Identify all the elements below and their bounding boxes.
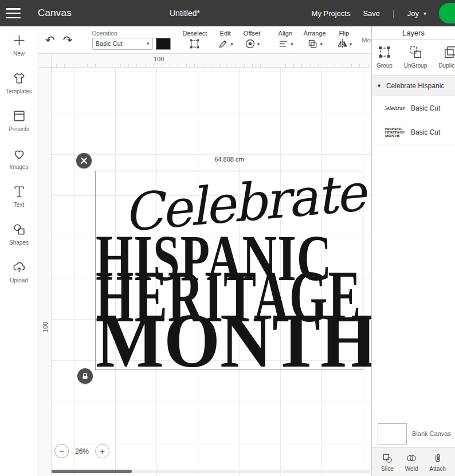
attach-button[interactable]: Attach bbox=[430, 453, 446, 472]
operation-row: Basic Cut ▾ bbox=[92, 38, 171, 50]
design-text-line: MONTH bbox=[96, 302, 371, 380]
sidebar-item-label: Shapes bbox=[9, 239, 29, 246]
scrollbar-thumb[interactable] bbox=[52, 470, 132, 473]
duplicate-icon bbox=[443, 45, 455, 60]
layers-title: Layers bbox=[372, 26, 455, 40]
flip-icon bbox=[336, 38, 348, 50]
operation-select[interactable]: Basic Cut ▾ bbox=[92, 38, 153, 50]
user-menu[interactable]: Joy ▾ bbox=[407, 9, 426, 18]
sidebar-item-templates[interactable]: Templates bbox=[0, 71, 38, 95]
color-swatch[interactable] bbox=[156, 38, 171, 50]
zoom-level: 26% bbox=[75, 447, 89, 455]
arrange-button[interactable]: Arrange ▾ bbox=[304, 30, 326, 50]
upload-cloud-icon bbox=[12, 260, 26, 274]
left-sidebar: New Templates Projects Images bbox=[0, 26, 38, 476]
sidebar-item-projects[interactable]: Projects bbox=[0, 109, 38, 132]
page-title: Canvas bbox=[38, 7, 72, 19]
text-icon bbox=[12, 184, 26, 199]
selected-design[interactable]: 64.808 cm + Celebrate HISPANI bbox=[95, 171, 363, 370]
canvas-color-swatch[interactable] bbox=[378, 423, 407, 444]
weld-button[interactable]: Weld bbox=[405, 453, 418, 472]
chevron-down-icon: ▾ bbox=[320, 41, 323, 47]
sidebar-item-text[interactable]: Text bbox=[0, 184, 38, 208]
topbar-divider: | bbox=[393, 9, 395, 18]
zoom-out-button[interactable]: − bbox=[54, 444, 69, 458]
ungroup-button[interactable]: UnGroup bbox=[404, 45, 427, 73]
sidebar-item-upload[interactable]: Upload bbox=[0, 260, 38, 284]
make-it-button[interactable] bbox=[439, 3, 455, 23]
projects-icon bbox=[12, 109, 26, 123]
menu-icon[interactable] bbox=[6, 8, 21, 18]
marquee-icon bbox=[189, 38, 201, 50]
arrange-icon bbox=[307, 38, 319, 50]
pencil-icon bbox=[217, 38, 229, 50]
triangle-down-icon: ▼ bbox=[376, 83, 382, 89]
sidebar-item-label: Text bbox=[14, 202, 24, 208]
sidebar-item-label: New bbox=[13, 50, 25, 57]
edit-button[interactable]: Edit ▾ bbox=[217, 30, 233, 50]
ruler-horizontal: 100 bbox=[52, 54, 371, 68]
weld-icon bbox=[406, 453, 417, 464]
layers-spacer bbox=[372, 144, 455, 420]
offset-icon bbox=[244, 38, 256, 50]
layer-thumbnail: Celebrate bbox=[385, 100, 405, 117]
user-name: Joy bbox=[407, 9, 419, 18]
lock-selection-button[interactable] bbox=[77, 368, 93, 384]
save-button[interactable]: Save bbox=[363, 9, 380, 18]
chevron-down-icon: ▾ bbox=[291, 41, 293, 47]
shirt-icon bbox=[12, 71, 26, 85]
align-button[interactable]: Align ▾ bbox=[277, 30, 293, 50]
offset-button[interactable]: Offset ▾ bbox=[244, 30, 260, 50]
undo-redo-group: ↶ ↷ bbox=[45, 34, 73, 46]
blank-canvas-label: Blank Canvas bbox=[412, 430, 451, 437]
heart-icon bbox=[12, 147, 26, 161]
attach-icon bbox=[432, 453, 444, 464]
flip-button[interactable]: Flip ▾ bbox=[336, 30, 352, 50]
layer-row[interactable]: HISPANIC HERITAGE MONTH Basic Cut bbox=[372, 120, 455, 144]
main-area: New Templates Projects Images bbox=[0, 26, 455, 476]
group-button[interactable]: Group bbox=[376, 45, 393, 73]
layer-row[interactable]: Celebrate Basic Cut bbox=[372, 96, 455, 120]
lock-icon bbox=[81, 372, 89, 380]
document-title[interactable]: Untitled* bbox=[170, 9, 200, 18]
chevron-down-icon: ▾ bbox=[257, 41, 260, 47]
zoom-in-button[interactable]: + bbox=[95, 444, 109, 458]
sidebar-item-shapes[interactable]: Shapes bbox=[0, 222, 38, 246]
sidebar-item-label: Images bbox=[10, 164, 29, 170]
duplicate-button[interactable]: Duplicate bbox=[438, 45, 455, 73]
group-icon bbox=[377, 45, 392, 60]
operation-label: Operation bbox=[92, 30, 171, 37]
ruler-corner bbox=[38, 54, 52, 68]
sidebar-item-new[interactable]: New bbox=[0, 33, 38, 57]
sidebar-item-label: Upload bbox=[10, 277, 28, 284]
chevron-down-icon: ▾ bbox=[230, 41, 233, 47]
slice-button[interactable]: Slice bbox=[381, 453, 394, 472]
my-projects-link[interactable]: My Projects bbox=[312, 9, 351, 18]
plus-icon: + bbox=[100, 446, 105, 456]
app-window: Canvas Untitled* My Projects Save | Joy … bbox=[0, 0, 455, 476]
top-bar: Canvas Untitled* My Projects Save | Joy … bbox=[0, 0, 455, 26]
center-column: ↶ ↷ Operation Basic Cut ▾ Deselect bbox=[38, 26, 371, 476]
ungroup-icon bbox=[408, 45, 423, 60]
layers-bottom-bar: Slice Weld Attach bbox=[372, 447, 455, 476]
ruler-vertical: 100 bbox=[38, 68, 52, 476]
horizontal-scrollbar[interactable] bbox=[52, 470, 370, 473]
blank-canvas-row[interactable]: Blank Canvas bbox=[372, 420, 455, 447]
zoom-controls: − 26% + bbox=[54, 444, 109, 458]
edit-toolbar: ↶ ↷ Operation Basic Cut ▾ Deselect bbox=[38, 26, 371, 54]
redo-icon[interactable]: ↷ bbox=[63, 34, 73, 46]
deselect-button[interactable]: Deselect bbox=[183, 30, 207, 50]
selection-width-label: 64.808 cm bbox=[214, 156, 244, 163]
sidebar-item-images[interactable]: Images bbox=[0, 147, 38, 170]
shapes-icon bbox=[12, 222, 26, 237]
slice-icon bbox=[382, 453, 393, 464]
ruler-label: 100 bbox=[42, 322, 49, 332]
delete-selection-button[interactable] bbox=[76, 153, 92, 168]
plus-icon bbox=[12, 33, 26, 48]
design-canvas[interactable]: 100 100 64.808 cm bbox=[38, 54, 371, 476]
layer-group-row[interactable]: ▼ Celebrate Hispanic bbox=[372, 76, 455, 96]
operation-value: Basic Cut bbox=[96, 40, 123, 47]
undo-icon[interactable]: ↶ bbox=[45, 34, 55, 46]
sidebar-item-label: Projects bbox=[9, 126, 29, 132]
layers-actions-row: Group UnGroup Duplicate bbox=[372, 40, 455, 76]
